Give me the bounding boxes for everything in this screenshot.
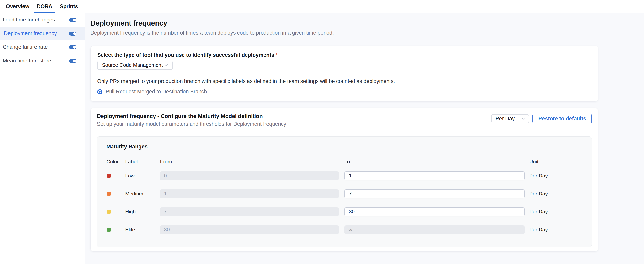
radio-label: Pull Request Merged to Destination Branc… — [106, 89, 207, 95]
from-input — [160, 207, 339, 216]
restore-defaults-button[interactable]: Restore to defaults — [532, 114, 592, 124]
maturity-ranges-title: Maturity Ranges — [106, 144, 582, 150]
tool-type-label-text: Select the type of tool that you use to … — [97, 52, 274, 58]
col-header-color: Color — [106, 159, 125, 165]
unit-value: Per Day — [529, 173, 582, 179]
maturity-table-header: Color Label From To Unit — [106, 159, 582, 167]
maturity-card-header-text: Deployment frequency - Configure the Mat… — [97, 113, 286, 127]
unit-value: Per Day — [529, 209, 582, 215]
row-label: Medium — [125, 191, 160, 197]
from-input — [160, 171, 339, 180]
color-dot — [107, 192, 111, 196]
to-input[interactable] — [344, 171, 525, 180]
sidebar-item-change-failure-rate[interactable]: Change failure rate — [0, 40, 85, 54]
maturity-header-controls: Per Day Restore to defaults — [491, 114, 592, 124]
page-title: Deployment frequency — [90, 19, 598, 27]
sidebar-item-mean-time-to-restore[interactable]: Mean time to restore — [0, 54, 85, 68]
tool-type-select[interactable]: Source Code Management — [97, 61, 173, 70]
page-shell: Lead time for changes Deployment frequen… — [0, 13, 644, 264]
col-header-label: Label — [125, 159, 160, 165]
maturity-model-card: Deployment frequency - Configure the Mat… — [90, 108, 598, 252]
unit-select-value: Per Day — [496, 116, 515, 122]
from-input — [160, 189, 339, 198]
maturity-row-high: High Per Day — [106, 203, 582, 221]
to-input[interactable] — [344, 189, 525, 198]
maturity-card-header: Deployment frequency - Configure the Mat… — [97, 113, 592, 127]
top-tab-bar: Overview DORA Sprints — [0, 0, 644, 13]
col-header-from: From — [160, 159, 344, 165]
maturity-row-medium: Medium Per Day — [106, 185, 582, 203]
sidebar-item-label: Deployment frequency — [4, 30, 57, 36]
unit-value: Per Day — [529, 191, 582, 197]
color-dot — [107, 228, 111, 232]
radio-button-selected[interactable] — [97, 89, 102, 94]
sidebar-item-label: Mean time to restore — [3, 58, 51, 64]
chevron-down-icon — [521, 116, 526, 121]
toggle-switch[interactable] — [69, 59, 76, 63]
toggle-knob — [73, 59, 76, 63]
tool-selection-card: Select the type of tool that you use to … — [90, 46, 598, 102]
col-header-to: To — [344, 159, 529, 165]
deployment-info-text: Only PRs merged to your production branc… — [97, 78, 591, 84]
toggle-knob — [73, 32, 76, 35]
maturity-row-low: Low Per Day — [106, 167, 582, 185]
row-label: Low — [125, 173, 160, 179]
row-label: Elite — [125, 227, 160, 233]
col-header-unit: Unit — [529, 159, 582, 165]
toggle-switch[interactable] — [69, 32, 76, 35]
toggle-switch[interactable] — [69, 45, 76, 49]
tool-type-select-value: Source Code Management — [102, 62, 163, 68]
toggle-knob — [73, 45, 76, 49]
pr-merged-radio-row[interactable]: Pull Request Merged to Destination Branc… — [97, 89, 591, 95]
metrics-sidebar: Lead time for changes Deployment frequen… — [0, 13, 86, 264]
maturity-row-elite: Elite Per Day — [106, 221, 582, 239]
sidebar-item-label: Lead time for changes — [3, 17, 55, 23]
required-asterisk: * — [276, 52, 278, 58]
from-input — [160, 225, 339, 234]
sidebar-item-label: Change failure rate — [3, 44, 48, 50]
tab-sprints[interactable]: Sprints — [60, 0, 78, 13]
unit-select[interactable]: Per Day — [491, 114, 529, 123]
color-dot — [107, 174, 111, 178]
tab-overview[interactable]: Overview — [6, 0, 29, 13]
maturity-config-subtitle: Set up your maturity model parameters an… — [97, 121, 286, 127]
page-subtitle: Deployment Frequency is the number of ti… — [90, 30, 598, 36]
toggle-knob — [73, 18, 76, 22]
tool-type-label: Select the type of tool that you use to … — [97, 52, 591, 58]
to-input[interactable] — [344, 207, 525, 216]
color-dot — [107, 210, 111, 214]
toggle-switch[interactable] — [69, 18, 76, 22]
maturity-config-title: Deployment frequency - Configure the Mat… — [97, 113, 286, 119]
unit-value: Per Day — [529, 227, 582, 233]
maturity-ranges-panel: Maturity Ranges Color Label From To Unit… — [97, 136, 592, 247]
tab-dora[interactable]: DORA — [37, 0, 52, 13]
main-content: Deployment frequency Deployment Frequenc… — [86, 13, 644, 264]
sidebar-item-deployment-frequency[interactable]: Deployment frequency — [0, 27, 85, 40]
row-label: High — [125, 209, 160, 215]
to-input-infinity — [344, 225, 525, 234]
sidebar-item-lead-time-for-changes[interactable]: Lead time for changes — [0, 13, 85, 27]
chevron-down-icon — [164, 63, 169, 68]
